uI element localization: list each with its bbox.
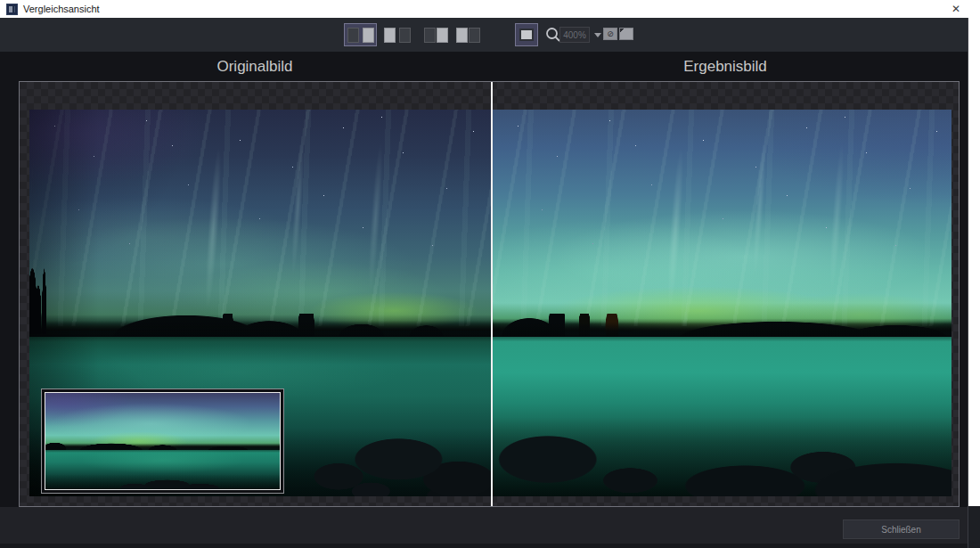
app-icon	[6, 4, 18, 15]
comparison-panel	[19, 81, 960, 507]
fit-to-window-icon: ⊘	[607, 30, 614, 38]
split-view-icon	[424, 28, 448, 43]
layout-single-view-button[interactable]	[515, 23, 538, 46]
zoom-level-dropdown-button[interactable]	[592, 27, 603, 43]
single-view-icon	[519, 29, 534, 41]
navigator-rocks	[45, 468, 280, 489]
window-title: Vergleichsansicht	[23, 4, 100, 14]
window-close-button[interactable]: ✕	[943, 0, 969, 18]
panel-labels-row: Originalbild Ergebnisbild	[19, 52, 960, 81]
close-dialog-button[interactable]: Schließen	[843, 519, 960, 539]
stars-layer	[493, 110, 494, 110]
navigator-frame	[45, 392, 281, 490]
aurora-streaks-layer	[493, 110, 951, 326]
original-image-label: Originalbild	[19, 52, 491, 81]
window-bottom-edge	[0, 544, 968, 548]
zoom-fit-button[interactable]: ⊘	[603, 28, 617, 40]
layout-original-left-button[interactable]	[344, 23, 377, 46]
comparison-dialog: 400% ⊘ Originalbild Ergebnisbild	[0, 18, 968, 548]
layout-split-original-right-button[interactable]	[452, 23, 485, 46]
split-divider[interactable]	[491, 82, 493, 506]
zoom-level-field[interactable]: 400%	[559, 27, 590, 43]
split-view-swapped-icon	[456, 28, 480, 43]
result-image[interactable]	[493, 110, 951, 496]
background-app-area	[968, 506, 980, 548]
layout-original-right-button[interactable]	[380, 23, 413, 46]
zoom-level-value: 400%	[563, 30, 586, 40]
navigator-thumbnail[interactable]	[41, 389, 284, 494]
layout-split-original-left-button[interactable]	[420, 23, 453, 46]
side-by-side-icon	[347, 28, 374, 43]
chevron-down-icon	[594, 33, 601, 37]
result-image-label: Ergebnisbild	[491, 52, 960, 81]
window-titlebar: Vergleichsansicht ✕	[0, 0, 980, 18]
foreground-rocks	[493, 364, 951, 496]
treeline-silhouette	[493, 314, 951, 337]
zoom-original-button[interactable]	[619, 28, 633, 40]
toolbar: 400% ⊘	[0, 18, 968, 52]
dialog-footer: Schließen	[0, 507, 968, 544]
side-by-side-swapped-icon	[384, 28, 411, 43]
navigator-treeline	[45, 441, 280, 450]
